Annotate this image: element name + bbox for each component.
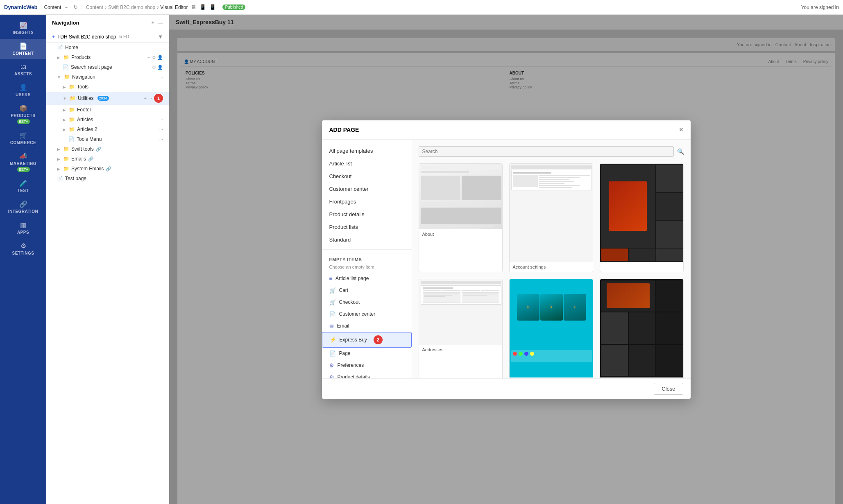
navigation-more-dots[interactable]: ···: [159, 75, 163, 79]
preferences-icon: ⚙: [329, 362, 334, 368]
template-item-article-list[interactable]: Article list: [322, 157, 412, 170]
preview-card-gallery[interactable]: Gallery: [600, 279, 684, 378]
template-item-product-lists[interactable]: Product lists: [322, 221, 412, 233]
empty-item-preferences-label: Preferences: [338, 362, 364, 368]
empty-item-article-list-page[interactable]: ≡ Article list page: [322, 273, 412, 285]
sidebar-item-products[interactable]: 📦 PRODUCTS BETA: [0, 101, 46, 127]
empty-item-page[interactable]: 📄 Page: [322, 348, 412, 359]
tools-menu-page-icon: 📄: [68, 136, 75, 142]
empty-item-article-list-page-label: Article list page: [335, 276, 369, 281]
tablet-icon[interactable]: 📱: [199, 4, 206, 10]
nav-item-footer[interactable]: ▶ 📁 Footer ···: [46, 105, 169, 115]
empty-item-product-details[interactable]: ⚙ Product details: [322, 371, 412, 378]
preview-card-about[interactable]: About: [419, 163, 503, 272]
preview-search-bar: 🔍: [419, 146, 684, 157]
template-item-all[interactable]: All page templates: [322, 145, 412, 157]
empty-item-cart-label: Cart: [339, 287, 349, 293]
nav-item-tools[interactable]: ▶ 📁 Tools ···: [46, 82, 169, 92]
nav-item-tools-menu-label: Tools Menu: [77, 136, 102, 142]
preview-card-gallery-top[interactable]: [600, 163, 684, 272]
emails-extra: 🔗: [88, 156, 94, 162]
search-result-page-icon: 📄: [63, 64, 69, 70]
nav-item-search-result[interactable]: 📄 Search result page ⚙ 👤: [46, 62, 169, 72]
articles-folder-icon: 📁: [69, 117, 75, 122]
mobile-icon[interactable]: 📱: [209, 4, 216, 10]
nav-item-home[interactable]: 📄 Home: [46, 43, 169, 52]
articles-more-dots[interactable]: ···: [159, 117, 163, 122]
sidebar-item-insights[interactable]: 📈 INSIGHTS: [0, 18, 46, 38]
email-icon: ✉: [329, 323, 334, 329]
nav-add-icon[interactable]: +: [151, 20, 154, 26]
empty-item-email[interactable]: ✉ Email: [322, 320, 412, 332]
system-emails-folder-icon: 📁: [63, 166, 69, 172]
preview-card-addresses[interactable]: Addresses: [419, 279, 503, 378]
utilities-actions[interactable]: + ···: [144, 96, 152, 101]
shop-locale: fo-FO: [118, 34, 129, 39]
tools-menu-more-dots[interactable]: ···: [159, 137, 163, 142]
template-item-product-details[interactable]: Product details: [322, 208, 412, 221]
sidebar-item-settings[interactable]: ⚙ SETTINGS: [0, 239, 46, 259]
nav-item-articles2[interactable]: ▶ 📁 Articles 2 ···: [46, 124, 169, 134]
breadcrumb-editor[interactable]: Visual Editor: [160, 5, 188, 10]
preview-card-classic[interactable]: 🚴 🚴 🚴: [509, 279, 593, 378]
empty-item-checkout[interactable]: 🛒 Checkout: [322, 296, 412, 308]
utilities-add-icon[interactable]: +: [144, 96, 146, 101]
sidebar-item-test[interactable]: 🧪 TEST: [0, 176, 46, 196]
nav-panel-header: Navigation + —: [46, 15, 169, 31]
sidebar-item-integration[interactable]: 🔗 INTEGRATION: [0, 197, 46, 217]
nav-item-swift-tools[interactable]: ▶ 📁 Swift tools 🔗: [46, 144, 169, 154]
footer-more-dots[interactable]: ···: [159, 107, 163, 112]
article-list-page-icon: ≡: [329, 276, 333, 282]
sidebar-label-integration: INTEGRATION: [8, 209, 39, 214]
search-input[interactable]: [419, 146, 674, 157]
nav-more-icon[interactable]: —: [158, 20, 163, 26]
nav-item-articles[interactable]: ▶ 📁 Articles ···: [46, 115, 169, 124]
footer-folder-icon: 📁: [69, 107, 75, 113]
addresses-card-label: Addresses: [419, 345, 502, 355]
dialog-footer: Close: [322, 378, 691, 399]
more-options-icon[interactable]: ···: [64, 5, 68, 10]
cart-icon: 🛒: [329, 287, 336, 294]
refresh-icon[interactable]: ↻: [73, 4, 78, 10]
template-item-checkout[interactable]: Checkout: [322, 170, 412, 183]
nav-item-test-page[interactable]: 📄 Test page: [46, 174, 169, 183]
close-button[interactable]: Close: [654, 383, 683, 395]
sidebar-item-apps[interactable]: ▦ APPS: [0, 218, 46, 238]
nav-item-system-emails[interactable]: ▶ 📁 System Emails 🔗: [46, 164, 169, 174]
apps-icon: ▦: [20, 221, 26, 229]
nav-item-navigation[interactable]: ▼ 📁 Navigation ···: [46, 72, 169, 82]
empty-item-preferences[interactable]: ⚙ Preferences: [322, 359, 412, 371]
articles2-more-dots[interactable]: ···: [159, 127, 163, 132]
template-item-customer-center[interactable]: Customer center: [322, 183, 412, 195]
nav-item-utilities-label: Utilities: [78, 95, 94, 101]
preview-card-account-settings[interactable]: Account settings: [509, 163, 593, 272]
nav-panel-title: Navigation: [52, 20, 79, 26]
sidebar-item-users[interactable]: 👤 USERS: [0, 80, 46, 100]
nav-item-products[interactable]: ▶ 📁 Products ··· ⚙ 👤: [46, 52, 169, 62]
tools-more-dots[interactable]: ···: [159, 84, 163, 89]
dialog-close-button[interactable]: ×: [679, 126, 683, 133]
breadcrumb-content[interactable]: Content: [86, 5, 103, 10]
nav-item-utilities[interactable]: ▼ 📁 Utilities 2034 + ··· 1: [46, 92, 169, 105]
utilities-more-dots[interactable]: ···: [148, 96, 152, 101]
empty-item-cart[interactable]: 🛒 Cart: [322, 285, 412, 296]
shop-selector[interactable]: + TDH Swift B2C demo shop fo-FO ▼: [46, 31, 169, 43]
nav-item-tools-menu[interactable]: 📄 Tools Menu ···: [46, 134, 169, 144]
shop-dropdown-icon[interactable]: ▼: [158, 34, 163, 40]
sidebar-item-marketing[interactable]: 📣 MARKETING BETA: [0, 149, 46, 175]
empty-item-express-buy[interactable]: ⚡ Express Buy 2: [322, 332, 412, 348]
breadcrumb-shop[interactable]: Swift B2C demo shop: [108, 5, 155, 10]
products-more-dots[interactable]: ···: [147, 55, 150, 60]
users-icon: 👤: [19, 84, 27, 91]
navigation-folder-icon: 📁: [64, 74, 70, 80]
empty-item-customer-center[interactable]: 📄 Customer center: [322, 308, 412, 320]
template-item-frontpages[interactable]: Frontpages: [322, 195, 412, 208]
sidebar-item-commerce[interactable]: 🛒 COMMERCE: [0, 128, 46, 148]
template-item-standard[interactable]: Standard: [322, 233, 412, 246]
monitor-icon[interactable]: 🖥: [191, 4, 196, 10]
insights-icon: 📈: [19, 21, 27, 29]
sidebar-item-content[interactable]: 📄 CONTENT: [0, 39, 46, 59]
nav-item-emails[interactable]: ▶ 📁 Emails 🔗: [46, 154, 169, 164]
nav-panel: Navigation + — + TDH Swift B2C demo shop…: [46, 15, 169, 504]
sidebar-item-assets[interactable]: 🗂 ASSETS: [0, 60, 46, 79]
